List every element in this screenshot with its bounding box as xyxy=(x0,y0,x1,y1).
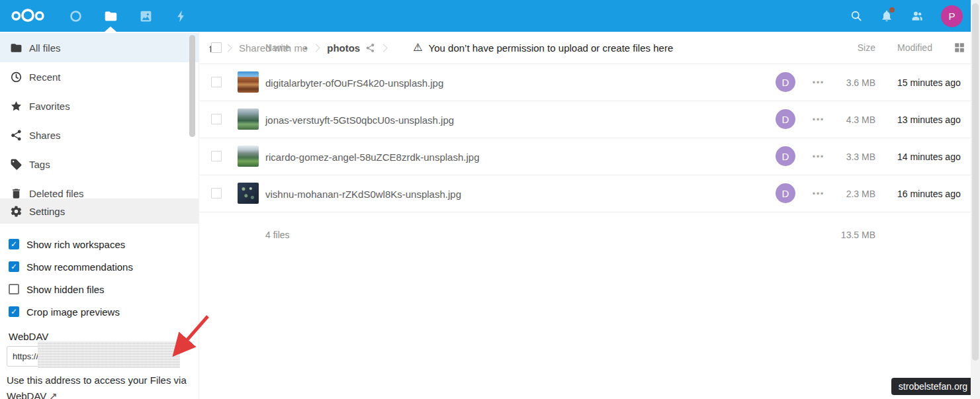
watermark-badge: strobelstefan.org xyxy=(891,378,975,395)
external-link-icon[interactable]: ↗ xyxy=(49,390,58,399)
app-icon-photos[interactable] xyxy=(136,0,155,32)
gear-icon xyxy=(10,205,22,218)
files-main-area: Shared with me photos ⚠ You don’t have p… xyxy=(199,32,980,399)
webdav-url-value: https:// xyxy=(13,351,38,361)
more-options-icon[interactable] xyxy=(807,189,830,199)
column-header-modified[interactable]: Modified xyxy=(897,42,932,53)
row-checkbox[interactable] xyxy=(211,77,222,87)
file-name[interactable]: jonas-verstuyft-5GtS0qbcU0s-unsplash.jpg xyxy=(265,114,454,125)
checkbox-checked[interactable] xyxy=(9,239,19,249)
file-list-summary: 4 files 13.5 MB xyxy=(199,212,980,255)
sidebar-item-label: Tags xyxy=(29,159,50,170)
sidebar-item-label: Favorites xyxy=(29,101,70,112)
sidebar-item-label: All files xyxy=(29,42,61,54)
search-icon xyxy=(850,9,863,22)
table-row[interactable]: digitalarbyter-ofOuFrS4k20-unsplash.jpgD… xyxy=(199,64,980,101)
star-icon xyxy=(10,100,22,112)
top-navigation-bar: P xyxy=(0,0,980,32)
file-list: digitalarbyter-ofOuFrS4k20-unsplash.jpgD… xyxy=(199,64,980,212)
notifications-bell-icon[interactable] xyxy=(880,9,893,22)
sidebar-item-favorites[interactable]: Favorites xyxy=(0,91,199,120)
file-name[interactable]: digitalarbyter-ofOuFrS4k20-unsplash.jpg xyxy=(265,77,443,88)
app-icon-dashboard[interactable] xyxy=(66,0,85,32)
checkbox-unchecked[interactable] xyxy=(9,284,19,294)
settings-options: Show rich workspacesShow recommendations… xyxy=(0,224,199,323)
file-modified: 16 minutes ago xyxy=(897,189,961,199)
checkbox-label: Show rich workspaces xyxy=(26,239,125,250)
nextcloud-files-app: P All filesRecentFavoritesSharesTagsDele… xyxy=(0,0,980,399)
folder-icon xyxy=(10,42,22,54)
checkbox-label: Show recommendations xyxy=(26,261,133,273)
photos-icon xyxy=(139,9,153,23)
more-options-icon[interactable] xyxy=(807,115,830,124)
row-checkbox[interactable] xyxy=(211,151,222,161)
sidebar-item-label: Shares xyxy=(29,130,61,141)
sidebar-item-label: Deleted files xyxy=(29,188,84,199)
webdav-link[interactable]: WebDAV xyxy=(7,390,46,399)
shared-by-avatar: D xyxy=(776,146,795,166)
checkbox-label: Show hidden files xyxy=(26,284,105,295)
nextcloud-logo[interactable] xyxy=(9,4,47,28)
file-name[interactable]: ricardo-gomez-angel-58uZCE8zrdk-unsplash… xyxy=(265,151,480,162)
file-count: 4 files xyxy=(265,230,290,240)
settings-toggle[interactable]: Settings xyxy=(0,199,199,224)
files-sidebar: All filesRecentFavoritesSharesTagsDelete… xyxy=(0,32,199,399)
more-options-icon[interactable] xyxy=(807,78,830,87)
select-all-checkbox[interactable] xyxy=(211,42,222,53)
file-modified: 15 minutes ago xyxy=(897,77,961,88)
share-icon xyxy=(10,129,22,142)
settings-panel: Show rich workspacesShow recommendations… xyxy=(0,224,199,399)
file-modified: 13 minutes ago xyxy=(897,114,961,125)
checkbox-checked[interactable] xyxy=(9,261,19,272)
column-header-name[interactable]: Name xyxy=(265,42,290,53)
settings-option-show-rich-workspaces[interactable]: Show rich workspaces xyxy=(9,233,199,255)
file-size: 4.3 MB xyxy=(828,114,875,125)
webdav-help-text: Use this address to access your Files vi… xyxy=(7,373,193,399)
search-icon[interactable] xyxy=(850,9,863,22)
more-options-icon[interactable] xyxy=(807,152,830,161)
app-icon-activity[interactable] xyxy=(171,0,190,32)
sidebar-item-shares[interactable]: Shares xyxy=(0,120,199,150)
sidebar-item-recent[interactable]: Recent xyxy=(0,62,199,91)
settings-label: Settings xyxy=(29,206,65,217)
clock-icon xyxy=(10,71,22,83)
page-scrollbar-thumb[interactable] xyxy=(972,3,979,361)
contacts-icon xyxy=(911,9,924,22)
sidebar-item-deleted-files[interactable]: Deleted files xyxy=(0,179,199,199)
tag-icon xyxy=(10,158,22,171)
folder-icon xyxy=(104,9,118,23)
sidebar-item-label: Recent xyxy=(29,71,61,83)
file-thumbnail xyxy=(238,109,259,130)
user-avatar[interactable]: P xyxy=(941,5,963,27)
file-size: 3.3 MB xyxy=(828,152,875,162)
file-modified: 14 minutes ago xyxy=(897,152,961,162)
table-row[interactable]: vishnu-mohanan-rZKdS0wl8Ks-unsplash.jpgD… xyxy=(199,175,980,212)
webdav-help-line1: Use this address to access your Files vi… xyxy=(7,375,187,386)
active-app-indicator xyxy=(105,26,116,32)
sidebar-item-tags[interactable]: Tags xyxy=(0,150,199,179)
sort-ascending-icon: ▲ xyxy=(303,45,308,51)
table-row[interactable]: ricardo-gomez-angel-58uZCE8zrdk-unsplash… xyxy=(199,138,980,175)
page-scrollbar-track[interactable] xyxy=(971,0,980,399)
file-thumbnail xyxy=(238,71,259,93)
shared-by-avatar: D xyxy=(776,72,795,92)
file-table-header: Name ▲ Size Modified xyxy=(199,32,980,64)
shared-by-avatar: D xyxy=(776,109,795,129)
sidebar-item-all-files[interactable]: All files xyxy=(0,33,199,62)
checkbox-checked[interactable] xyxy=(9,306,19,317)
settings-option-show-recommendations[interactable]: Show recommendations xyxy=(9,255,199,278)
app-icon-files[interactable] xyxy=(101,0,120,32)
row-checkbox[interactable] xyxy=(211,114,222,124)
column-header-size[interactable]: Size xyxy=(825,42,875,53)
file-thumbnail xyxy=(238,183,259,204)
file-name[interactable]: vishnu-mohanan-rZKdS0wl8Ks-unsplash.jpg xyxy=(265,188,461,199)
total-size: 13.5 MB xyxy=(828,230,875,240)
shared-by-avatar: D xyxy=(776,183,795,203)
sidebar-scrollbar[interactable] xyxy=(189,35,195,137)
table-row[interactable]: jonas-verstuyft-5GtS0qbcU0s-unsplash.jpg… xyxy=(199,101,980,138)
contacts-icon[interactable] xyxy=(911,9,924,22)
lightning-icon xyxy=(174,9,188,23)
row-checkbox[interactable] xyxy=(211,188,222,199)
settings-option-crop-image-previews[interactable]: Crop image previews xyxy=(9,300,199,323)
settings-option-show-hidden-files[interactable]: Show hidden files xyxy=(9,278,199,300)
